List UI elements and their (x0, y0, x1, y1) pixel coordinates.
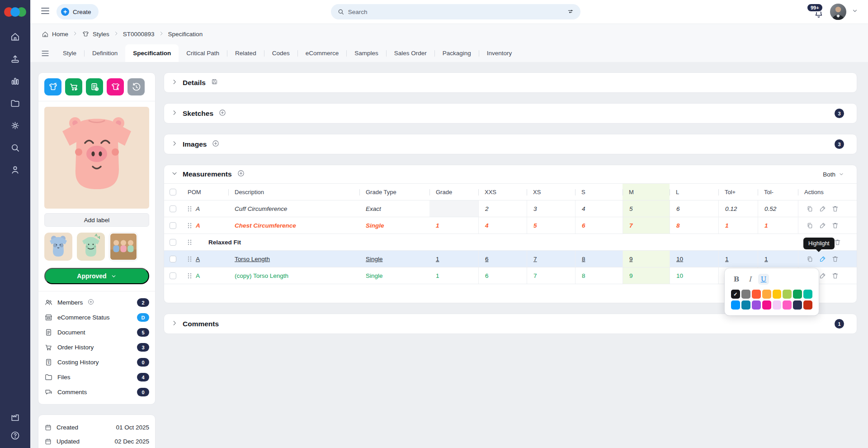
user-avatar[interactable] (830, 4, 846, 20)
color-swatch[interactable] (783, 290, 792, 299)
tabs-hamburger-icon[interactable] (42, 44, 49, 62)
menu-item-costing-history[interactable]: $ Costing History 0 (44, 355, 149, 370)
add-to-cart-button[interactable] (65, 78, 82, 95)
measurements-header[interactable]: Measurements Both (164, 165, 857, 183)
drag-handle-icon[interactable] (188, 256, 192, 262)
tab-samples[interactable]: Samples (347, 44, 386, 62)
chevron-down-icon[interactable] (171, 170, 178, 178)
table-row-selected[interactable]: A Torso Length Single 1 6 7 8 9 10 1 1 (164, 251, 857, 267)
color-swatch[interactable] (762, 290, 771, 299)
highlight-brush-icon[interactable] (818, 272, 826, 280)
color-swatch[interactable] (783, 300, 792, 310)
color-swatch[interactable] (773, 290, 782, 299)
select-all-checkbox[interactable] (170, 189, 176, 195)
chevron-right-icon[interactable] (171, 320, 178, 328)
table-group-row[interactable]: Relaxed Fit (164, 234, 857, 251)
drag-handle-icon[interactable] (188, 223, 192, 229)
section-images[interactable]: Images 3 (164, 134, 857, 154)
menu-item-members[interactable]: Members 2 (44, 295, 149, 310)
search-icon[interactable] (10, 142, 21, 153)
settings-gear-icon[interactable] (10, 120, 21, 131)
row-checkbox[interactable] (170, 222, 176, 229)
notifications-bell-icon[interactable]: 99+ (813, 5, 825, 19)
delete-trash-icon[interactable] (831, 255, 839, 263)
status-approved-button[interactable]: Approved (44, 268, 149, 284)
color-swatch[interactable] (741, 290, 750, 299)
delete-trash-icon[interactable] (831, 205, 839, 213)
breadcrumb-styles[interactable]: Styles (82, 30, 109, 38)
color-swatch[interactable] (752, 290, 761, 299)
copy-icon[interactable] (806, 255, 814, 263)
view-mode-dropdown[interactable]: Both (823, 171, 844, 178)
add-image-icon[interactable] (212, 139, 220, 149)
tab-specification[interactable]: Specification (125, 44, 179, 62)
tab-definition[interactable]: Definition (85, 44, 125, 62)
account-chevron-down-icon[interactable] (852, 8, 858, 16)
folder-icon[interactable] (10, 98, 21, 109)
italic-button[interactable]: I (745, 274, 755, 285)
app-logo[interactable] (4, 6, 26, 18)
row-checkbox[interactable] (170, 239, 176, 246)
highlight-brush-icon[interactable] (818, 221, 826, 229)
row-checkbox[interactable] (170, 256, 176, 262)
color-swatch[interactable] (803, 290, 812, 299)
tab-sales-order[interactable]: Sales Order (387, 44, 434, 62)
section-sketches[interactable]: Sketches 3 (164, 103, 857, 124)
analytics-icon[interactable] (10, 76, 21, 86)
style-main-image[interactable] (44, 107, 149, 209)
upload-icon[interactable] (10, 53, 21, 64)
copy-icon[interactable] (806, 205, 814, 213)
tab-style[interactable]: Style (55, 44, 84, 62)
color-swatch[interactable] (793, 300, 802, 310)
add-label-button[interactable]: Add label (44, 213, 149, 227)
add-document-button[interactable] (86, 78, 103, 95)
thumbnail-blue-onesie[interactable] (44, 233, 72, 261)
menu-item-order-history[interactable]: Order History 3 (44, 340, 149, 355)
delete-trash-icon[interactable] (831, 272, 839, 280)
home-icon[interactable] (10, 31, 21, 42)
table-row[interactable]: A Cuff Circumference Exact 2 3 4 5 6 0.1… (164, 200, 857, 217)
chevron-right-icon[interactable] (171, 79, 178, 87)
breadcrumb-style-id[interactable]: ST0000893 (123, 31, 155, 38)
drag-handle-icon[interactable] (188, 239, 192, 245)
add-sketch-icon[interactable] (218, 109, 226, 119)
profile-icon[interactable] (10, 164, 21, 175)
history-button[interactable] (127, 78, 145, 95)
tab-related[interactable]: Related (227, 44, 264, 62)
style-tshirt-button[interactable] (44, 78, 61, 95)
tab-inventory[interactable]: Inventory (479, 44, 520, 62)
row-checkbox[interactable] (170, 272, 176, 279)
remove-style-button[interactable] (107, 78, 124, 95)
highlight-brush-icon-active[interactable] (818, 255, 826, 263)
thumbnail-green-onesie[interactable] (77, 233, 105, 261)
help-icon[interactable] (10, 430, 21, 441)
tab-critical-path[interactable]: Critical Path (179, 44, 227, 62)
color-swatch[interactable] (793, 290, 802, 299)
color-swatch[interactable] (762, 300, 771, 310)
tab-codes[interactable]: Codes (264, 44, 297, 62)
color-swatch-selected[interactable]: ✓ (731, 290, 740, 299)
global-search[interactable] (331, 4, 580, 19)
copy-icon[interactable] (806, 221, 814, 229)
menu-hamburger-icon[interactable] (41, 8, 49, 16)
breadcrumb-home[interactable]: Home (42, 31, 68, 38)
tab-ecommerce[interactable]: eCommerce (298, 44, 347, 62)
thumbnail-babies-photo[interactable] (109, 233, 137, 261)
search-input[interactable] (348, 9, 563, 15)
menu-item-ecommerce-status[interactable]: eCommerce Status D (44, 310, 149, 325)
menu-item-document[interactable]: Document 5 (44, 325, 149, 340)
color-swatch[interactable] (741, 300, 750, 310)
bold-button[interactable]: B (731, 274, 742, 285)
table-row[interactable]: A Chest Circumference Single 1 4 5 6 7 8… (164, 217, 857, 234)
tab-packaging[interactable]: Packaging (435, 44, 479, 62)
row-checkbox[interactable] (170, 205, 176, 212)
section-details[interactable]: Details (164, 72, 857, 93)
section-comments[interactable]: Comments 1 (164, 314, 857, 334)
color-swatch[interactable] (752, 300, 761, 310)
add-member-icon[interactable] (87, 298, 94, 307)
delete-trash-icon[interactable] (831, 221, 839, 229)
create-button[interactable]: + Create (57, 4, 99, 19)
filter-icon[interactable] (567, 8, 574, 15)
drag-handle-icon[interactable] (188, 206, 192, 212)
color-swatch[interactable] (773, 300, 782, 310)
